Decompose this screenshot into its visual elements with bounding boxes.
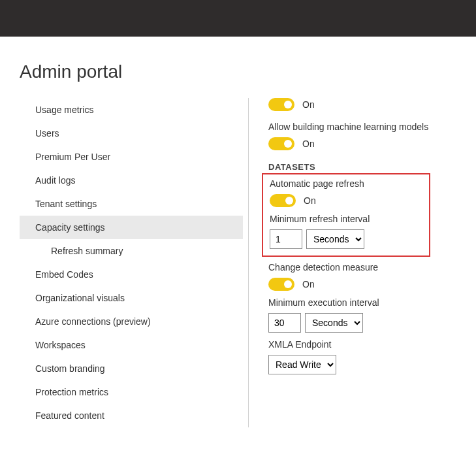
- sidebar-subitem-label: Refresh summary: [51, 246, 123, 256]
- sidebar-subitem-refresh-summary[interactable]: Refresh summary: [20, 239, 243, 263]
- execution-interval-input[interactable]: [268, 313, 301, 333]
- sidebar-item-users[interactable]: Users: [20, 122, 243, 145]
- toggle-auto-refresh[interactable]: [270, 194, 296, 207]
- sidebar-item-label: Usage metrics: [35, 105, 93, 115]
- toggle-ml-models[interactable]: [268, 137, 294, 150]
- min-execution-interval-label: Minimum execution interval: [268, 297, 476, 308]
- top-bar: [0, 0, 476, 37]
- execution-interval-unit-select[interactable]: Seconds: [305, 313, 363, 333]
- main-content: On Allow building machine learning model…: [249, 98, 476, 427]
- sidebar-item-label: Protection metrics: [35, 387, 108, 397]
- sidebar-item-label: Tenant settings: [35, 199, 97, 209]
- sidebar-item-protection-metrics[interactable]: Protection metrics: [20, 380, 243, 404]
- xmla-endpoint-label: XMLA Endpoint: [268, 339, 476, 350]
- sidebar-item-azure-connections[interactable]: Azure connections (preview): [20, 310, 243, 333]
- sidebar: Usage metrics Users Premium Per User Aud…: [20, 98, 243, 427]
- toggle-state-label: On: [302, 139, 315, 149]
- sidebar-item-label: Embed Codes: [35, 269, 93, 280]
- sidebar-item-label: Users: [35, 128, 59, 139]
- change-detection-label: Change detection measure: [268, 262, 476, 272]
- sidebar-item-label: Featured content: [35, 410, 104, 421]
- sidebar-item-featured-content[interactable]: Featured content: [20, 404, 243, 427]
- sidebar-item-tenant-settings[interactable]: Tenant settings: [20, 192, 243, 216]
- refresh-interval-unit-select[interactable]: Seconds: [306, 229, 364, 249]
- toggle-state-label: On: [304, 195, 316, 206]
- sidebar-item-usage-metrics[interactable]: Usage metrics: [20, 98, 243, 122]
- toggle-state-label: On: [302, 279, 315, 289]
- sidebar-item-label: Workspaces: [35, 340, 86, 350]
- page-title: Admin portal: [0, 37, 476, 98]
- highlight-box: Automatic page refresh On Minimum refres…: [262, 173, 430, 257]
- refresh-interval-input[interactable]: [270, 229, 302, 249]
- sidebar-item-organizational-visuals[interactable]: Organizational visuals: [20, 286, 243, 310]
- toggle-first[interactable]: [268, 98, 294, 111]
- sidebar-item-workspaces[interactable]: Workspaces: [20, 333, 243, 357]
- sidebar-item-audit-logs[interactable]: Audit logs: [20, 169, 243, 192]
- sidebar-item-custom-branding[interactable]: Custom branding: [20, 357, 243, 380]
- ml-models-label: Allow building machine learning models: [268, 122, 476, 132]
- xmla-endpoint-select[interactable]: Read Write: [268, 355, 336, 374]
- sidebar-item-label: Azure connections (preview): [35, 316, 151, 327]
- sidebar-item-label: Premium Per User: [35, 152, 110, 162]
- sidebar-item-embed-codes[interactable]: Embed Codes: [20, 263, 243, 286]
- sidebar-item-capacity-settings[interactable]: Capacity settings: [20, 216, 243, 239]
- datasets-heading: DATASETS: [268, 162, 476, 172]
- toggle-change-detection[interactable]: [268, 278, 294, 291]
- sidebar-item-label: Custom branding: [35, 363, 105, 374]
- sidebar-item-label: Organizational visuals: [35, 293, 125, 303]
- sidebar-item-premium-per-user[interactable]: Premium Per User: [20, 145, 243, 169]
- sidebar-item-label: Audit logs: [35, 175, 75, 186]
- min-refresh-interval-label: Minimum refresh interval: [270, 214, 422, 224]
- auto-refresh-label: Automatic page refresh: [270, 178, 422, 189]
- toggle-state-label: On: [302, 99, 315, 110]
- sidebar-item-label: Capacity settings: [35, 222, 105, 233]
